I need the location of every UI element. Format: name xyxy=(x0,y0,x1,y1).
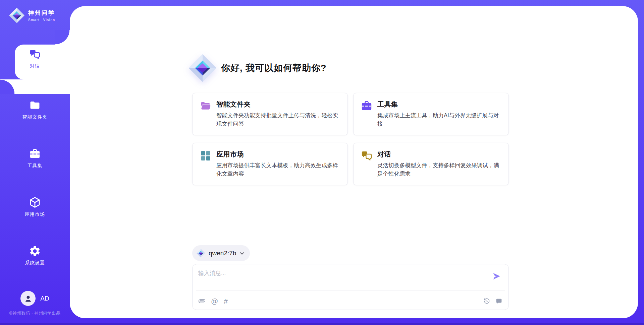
card-app-market[interactable]: 应用市场 应用市场提供丰富长文本模板，助力高效生成多样化文章内容 xyxy=(192,143,348,185)
composer-left-tools: @ # xyxy=(199,298,228,305)
card-title: 智能文件夹 xyxy=(216,100,340,109)
model-name: qwen2:7b xyxy=(209,250,236,257)
person-icon xyxy=(23,294,33,304)
brand-subtitle: Smart Vision xyxy=(28,18,55,22)
history-icon[interactable] xyxy=(483,298,490,305)
feature-cards: 智能文件夹 智能文件夹功能支持批量文件上传与清洗，轻松实现文件问答 工具集 集成… xyxy=(192,93,509,185)
sidebar-item-app-market[interactable]: 应用市场 xyxy=(0,196,70,217)
cube-icon xyxy=(29,196,41,208)
card-description: 应用市场提供丰富长文本模板，助力高效生成多样化文章内容 xyxy=(216,161,340,178)
window-bottom-edge xyxy=(0,323,644,325)
sidebar-item-settings[interactable]: 系统设置 xyxy=(0,245,70,266)
toolbox-icon xyxy=(361,100,372,112)
toolbox-icon xyxy=(29,148,41,160)
paperclip-icon[interactable] xyxy=(199,298,205,305)
mention-icon[interactable]: @ xyxy=(211,298,218,305)
model-diamond-icon xyxy=(196,249,205,258)
folder-open-icon xyxy=(200,100,211,112)
card-chat[interactable]: 对话 灵活切换多模型文件，支持多样回复效果调试，满足个性化需求 xyxy=(353,143,509,185)
card-description: 智能文件夹功能支持批量文件上传与清洗，轻松实现文件问答 xyxy=(216,111,340,128)
send-icon[interactable] xyxy=(492,272,501,281)
main-panel: 你好, 我可以如何帮助你? 智能文件夹 智能文件夹功能支持批量文件上传与清洗，轻… xyxy=(70,6,638,318)
hashtag-icon[interactable]: # xyxy=(224,298,228,305)
card-title: 工具集 xyxy=(377,100,501,109)
card-smart-folder[interactable]: 智能文件夹 智能文件夹功能支持批量文件上传与清洗，轻松实现文件问答 xyxy=(192,93,348,135)
user-initials: AD xyxy=(40,295,49,302)
grid-icon xyxy=(200,150,211,161)
conversation-icon[interactable] xyxy=(495,298,502,305)
chat-bubbles-icon xyxy=(361,150,372,161)
sidebar-item-smart-folder[interactable]: 智能文件夹 xyxy=(0,99,70,120)
brand-diamond-icon xyxy=(9,7,25,23)
composer-divider xyxy=(196,290,505,290)
message-input[interactable] xyxy=(198,269,487,287)
card-description: 集成市场上主流工具，助力AI与外界无缝扩展与对接 xyxy=(377,111,501,128)
sidebar-item-toolset[interactable]: 工具集 xyxy=(0,148,70,169)
sidebar-item-label: 智能文件夹 xyxy=(22,114,48,120)
card-title: 对话 xyxy=(377,150,501,159)
brand-logo: 神州问学 Smart Vision xyxy=(9,7,55,23)
sidebar-item-label: 工具集 xyxy=(28,163,43,169)
brand-name: 神州问学 xyxy=(28,9,55,17)
card-description: 灵活切换多模型文件，支持多样回复效果调试，满足个性化需求 xyxy=(377,161,501,178)
card-toolset[interactable]: 工具集 集成市场上主流工具，助力AI与外界无缝扩展与对接 xyxy=(353,93,509,135)
model-selector[interactable]: qwen2:7b xyxy=(192,245,250,261)
message-composer: @ # xyxy=(192,264,509,310)
chat-bubbles-icon xyxy=(29,48,41,60)
sidebar-footer-text: ©神州数码 · 神州问学出品 xyxy=(0,311,70,316)
card-title: 应用市场 xyxy=(216,150,340,159)
sidebar-item-chat[interactable]: 对话 xyxy=(0,48,70,69)
sidebar-item-label: 系统设置 xyxy=(25,260,45,266)
greeting-block: 你好, 我可以如何帮助你? xyxy=(188,54,327,82)
sidebar: 神州问学 Smart Vision 对话 智能文件夹 工具集 应用市场 系统设置… xyxy=(0,0,70,325)
chevron-down-icon xyxy=(239,251,245,256)
user-profile[interactable]: AD xyxy=(0,291,70,306)
sidebar-item-label: 对话 xyxy=(30,63,40,69)
assistant-diamond-icon xyxy=(188,54,217,82)
sidebar-item-label: 应用市场 xyxy=(25,211,45,217)
avatar xyxy=(20,291,36,306)
composer-right-tools xyxy=(483,298,502,305)
greeting-title: 你好, 我可以如何帮助你? xyxy=(221,62,327,74)
active-tab-curve-top xyxy=(55,30,70,45)
gear-icon xyxy=(29,245,41,257)
folder-icon xyxy=(29,99,41,111)
